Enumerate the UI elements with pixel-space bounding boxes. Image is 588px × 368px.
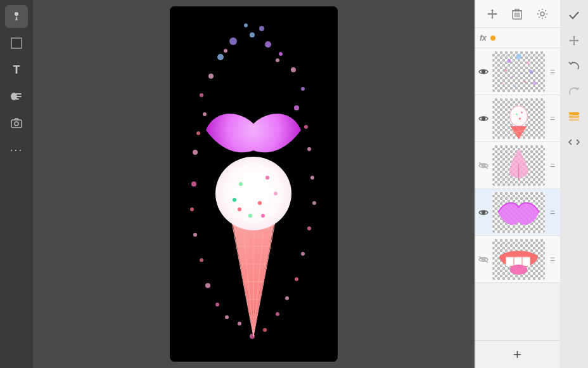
svg-rect-8 <box>489 13 496 15</box>
canvas-phone[interactable] <box>170 6 338 362</box>
svg-point-34 <box>521 111 523 113</box>
sticker-tool-button[interactable] <box>5 85 28 108</box>
layer-item-drop[interactable]: = <box>475 142 560 189</box>
layer-visibility-2[interactable] <box>477 112 490 125</box>
transform-button[interactable] <box>564 30 584 51</box>
svg-point-0 <box>15 12 18 16</box>
svg-point-33 <box>516 113 518 115</box>
settings-icon[interactable] <box>534 5 551 23</box>
svg-rect-10 <box>512 10 522 11</box>
svg-point-20 <box>530 70 534 74</box>
layer-thumb-lips-pink <box>492 192 545 233</box>
screenshot-tool-button[interactable] <box>5 112 28 135</box>
right-panel: fx <box>475 0 560 368</box>
redo-button[interactable] <box>564 81 584 102</box>
layer-eq-4: = <box>547 207 558 218</box>
svg-rect-45 <box>570 40 578 41</box>
layer-item-icecream[interactable]: = <box>475 95 560 142</box>
svg-point-21 <box>502 82 504 84</box>
left-toolbar: T ··· <box>0 0 33 368</box>
layer-thumb-icecream <box>492 98 545 139</box>
svg-point-26 <box>521 73 523 74</box>
pen-tool-button[interactable] <box>5 5 28 28</box>
text-tool-button[interactable]: T <box>5 58 28 81</box>
svg-point-35 <box>519 117 521 119</box>
svg-rect-3 <box>15 96 22 97</box>
confirm-button[interactable] <box>564 5 584 25</box>
svg-rect-2 <box>15 93 22 95</box>
fx-row: fx <box>475 28 560 48</box>
svg-point-17 <box>516 54 521 59</box>
svg-rect-47 <box>569 115 579 118</box>
svg-point-16 <box>508 59 511 63</box>
layer-thumb-mouth <box>492 239 545 280</box>
svg-rect-5 <box>11 120 22 128</box>
layers-button[interactable] <box>564 107 584 127</box>
svg-point-25 <box>511 76 513 77</box>
orange-indicator <box>490 36 495 41</box>
fx-label: fx <box>480 34 487 43</box>
panel-footer: + <box>475 340 560 368</box>
svg-rect-4 <box>15 98 19 100</box>
layer-visibility-4[interactable] <box>477 206 490 219</box>
svg-point-27 <box>482 117 485 120</box>
svg-rect-48 <box>569 119 579 121</box>
fill-tool-button[interactable] <box>5 32 28 55</box>
undo-button[interactable] <box>564 56 584 76</box>
layer-eq-1: = <box>547 67 558 77</box>
add-layer-button[interactable]: + <box>508 345 528 365</box>
panel-header <box>475 0 560 28</box>
layer-thumb-sparkles <box>492 51 545 92</box>
svg-point-22 <box>533 81 536 84</box>
delete-layer-icon[interactable] <box>508 5 526 23</box>
layer-visibility-1[interactable] <box>477 65 490 78</box>
layer-thumb-drop <box>492 145 545 186</box>
svg-point-28 <box>510 106 528 126</box>
svg-point-18 <box>527 61 530 64</box>
svg-point-23 <box>514 85 516 87</box>
svg-point-43 <box>510 265 528 275</box>
svg-point-14 <box>540 12 544 16</box>
code-button[interactable] <box>564 132 584 152</box>
layer-item-mouth[interactable]: = <box>475 236 560 283</box>
layer-visibility-5[interactable] <box>477 253 490 266</box>
layer-eq-5: = <box>547 254 558 265</box>
canvas-area <box>33 0 475 368</box>
layer-item-lips-pink[interactable]: = <box>475 189 560 236</box>
far-right-toolbar <box>560 0 588 368</box>
move-icon[interactable] <box>483 5 501 23</box>
svg-point-19 <box>505 69 508 72</box>
layer-item-sparkles[interactable]: = <box>475 48 560 95</box>
svg-point-24 <box>524 81 527 83</box>
svg-rect-46 <box>569 112 579 115</box>
layer-visibility-3[interactable] <box>477 159 490 172</box>
svg-point-39 <box>482 211 485 214</box>
svg-point-15 <box>482 70 485 73</box>
layer-eq-2: = <box>547 114 558 124</box>
layer-eq-3: = <box>547 161 558 171</box>
svg-point-6 <box>15 122 18 126</box>
layers-list: = <box>475 48 560 340</box>
more-tools-button[interactable]: ··· <box>5 138 28 161</box>
